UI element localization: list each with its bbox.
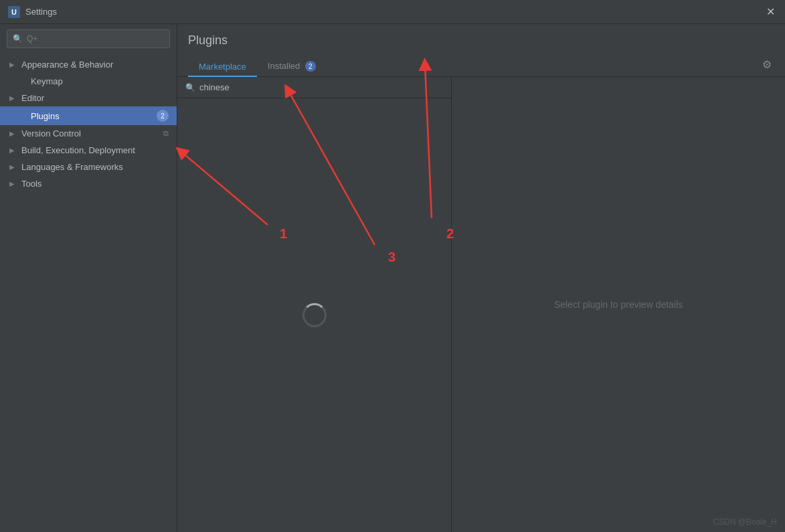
plugin-list-content <box>177 98 451 532</box>
plugin-search-input[interactable] <box>199 82 443 92</box>
installed-badge: 2 <box>305 61 316 72</box>
plugins-header: Plugins Marketplace Installed 2 ⚙ <box>177 24 785 77</box>
sidebar-item-tools[interactable]: ▶ Tools <box>0 175 177 192</box>
main-container: 🔍 ▶ Appearance & Behavior Keymap ▶ Edito… <box>0 24 785 532</box>
content-area: Plugins Marketplace Installed 2 ⚙ 🔍 <box>177 24 785 532</box>
title-bar-title: Settings <box>25 7 57 17</box>
sidebar-search[interactable]: 🔍 <box>7 29 170 48</box>
sidebar-item-build[interactable]: ▶ Build, Execution, Deployment <box>0 142 177 159</box>
expand-arrow-appearance: ▶ <box>9 61 19 68</box>
sidebar: 🔍 ▶ Appearance & Behavior Keymap ▶ Edito… <box>0 24 177 532</box>
sidebar-item-version-control[interactable]: ▶ Version Control ⧉ <box>0 125 177 142</box>
title-bar: U Settings ✕ <box>0 0 785 24</box>
sidebar-item-label: Plugins <box>31 111 153 121</box>
sidebar-item-editor[interactable]: ▶ Editor <box>0 90 177 106</box>
sidebar-item-label: Languages & Frameworks <box>21 162 169 172</box>
close-button[interactable]: ✕ <box>764 5 777 19</box>
plugin-search-bar: 🔍 <box>177 77 451 98</box>
gear-button[interactable]: ⚙ <box>760 56 774 74</box>
copy-icon: ⧉ <box>163 129 169 138</box>
plugin-search-icon: 🔍 <box>185 83 195 92</box>
svg-text:U: U <box>11 8 17 16</box>
sidebar-search-icon: 🔍 <box>13 34 23 43</box>
expand-arrow-tools: ▶ <box>9 180 19 187</box>
sidebar-item-label: Keymap <box>31 76 169 86</box>
expand-arrow-build: ▶ <box>9 147 19 154</box>
sidebar-item-languages[interactable]: ▶ Languages & Frameworks <box>0 159 177 175</box>
sidebar-item-keymap[interactable]: Keymap <box>0 73 177 90</box>
sidebar-item-label: Editor <box>21 93 169 103</box>
watermark: CSDN @Boale_H <box>713 517 777 527</box>
expand-arrow-languages: ▶ <box>9 163 19 171</box>
sidebar-item-label: Version Control <box>21 128 159 139</box>
plugin-list-panel: 🔍 <box>177 77 452 532</box>
sidebar-items: ▶ Appearance & Behavior Keymap ▶ Editor … <box>0 54 177 532</box>
tab-marketplace[interactable]: Marketplace <box>188 58 257 77</box>
sidebar-item-label: Appearance & Behavior <box>21 60 169 70</box>
expand-arrow-editor: ▶ <box>9 94 19 102</box>
tab-installed[interactable]: Installed 2 <box>257 57 327 78</box>
plugins-body: 🔍 Select plugin to preview details <box>177 77 785 532</box>
sidebar-search-input[interactable] <box>27 34 164 43</box>
expand-arrow-version-control: ▶ <box>9 130 19 137</box>
plugin-detail-panel: Select plugin to preview details <box>452 77 785 532</box>
sidebar-item-label: Build, Execution, Deployment <box>21 145 169 155</box>
sidebar-item-appearance[interactable]: ▶ Appearance & Behavior <box>0 56 177 73</box>
plugins-badge: 2 <box>157 110 169 122</box>
app-icon: U <box>8 6 20 18</box>
sidebar-item-plugins[interactable]: Plugins 2 <box>0 106 177 125</box>
plugins-title: Plugins <box>188 33 774 48</box>
sidebar-item-label: Tools <box>21 179 169 189</box>
plugins-tabs: Marketplace Installed 2 ⚙ <box>188 56 774 76</box>
loading-spinner <box>302 303 327 327</box>
detail-placeholder-text: Select plugin to preview details <box>554 299 683 310</box>
